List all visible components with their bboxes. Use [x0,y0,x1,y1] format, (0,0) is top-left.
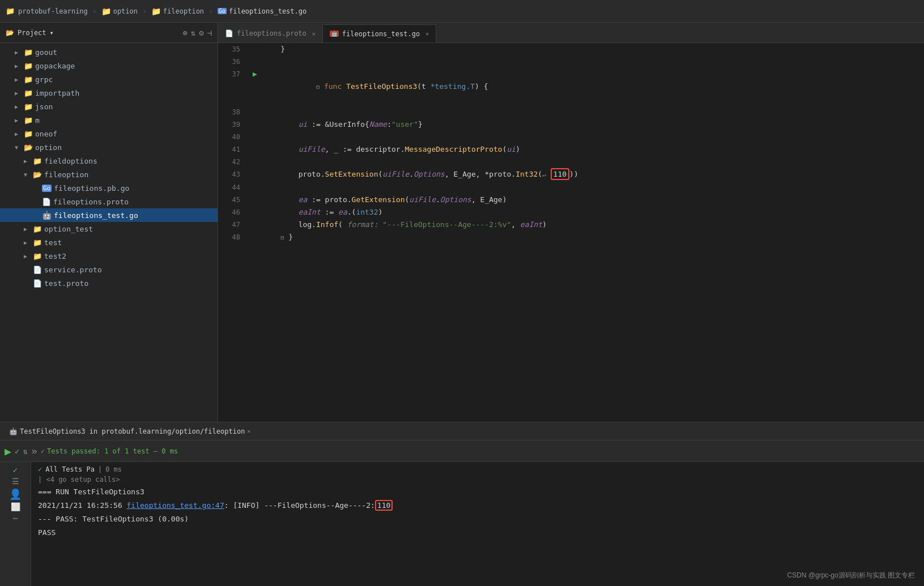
folder-icon: 📁 [151,7,161,16]
close-tab-go[interactable]: ✕ [425,31,429,37]
code-line-36: 36 [218,55,924,68]
proto-file-icon: 📄 [42,198,51,206]
folder-icon: 📁 [24,130,33,138]
sidebar-item-json[interactable]: ▶ 📁 json [0,100,218,113]
run-sidebar-list[interactable]: ☰ [12,477,19,486]
title-bar-folder-icon: 📁 [6,7,15,15]
run-tabs: 🤖 TestFileOptions3 in protobuf.learning/… [0,422,924,440]
run-play-button[interactable]: ▶ [5,444,11,458]
code-editor[interactable]: 35 } 36 37 ▶ ⊟func TestFileOptions3(t *t… [218,43,924,422]
run-toolbar: ▶ ✓ ⇅ » ✓ Tests passed: 1 of 1 test – 0 … [0,440,924,462]
gear-icon[interactable]: ⚙ [199,28,203,37]
sidebar-item-m[interactable]: ▶ 📁 m [0,113,218,127]
title-bar-option[interactable]: 📁 option [101,7,138,16]
sidebar-item-fileoptions-test-go[interactable]: 🤖 fileoptions_test.go [0,208,218,222]
folder-icon: 📁 [24,62,33,70]
folder-icon: 📁 [24,75,33,84]
sidebar-item-fieldoptions[interactable]: ▶ 📁 fieldoptions [0,154,218,168]
bottom-panel: 🤖 TestFileOptions3 in protobuf.learning/… [0,422,924,586]
content-area: 📂 Project ▾ ⊕ ⇅ ⚙ ⊣ ▶ 📁 goout [0,23,924,422]
sidebar-item-fileoptions-proto[interactable]: 📄 fileoptions.proto [0,195,218,208]
run-sort-button[interactable]: ⇅ [23,447,27,456]
folder-icon-open: 📂 [24,143,33,152]
output-line-run: === RUN TestFileOptions3 [38,486,917,498]
settings-icon[interactable]: ⊕ [182,28,187,37]
code-line-38: 38 [218,106,924,118]
sort-icon[interactable]: ⇅ [191,28,195,37]
tabs-bar: 📄 fileoptions.proto ✕ 🤖 fileoptions_test… [218,23,924,43]
title-bar-fileoption[interactable]: 📁 fileoption [151,7,204,16]
pass-icon: ✓ [41,447,45,455]
code-line-40: 40 [218,131,924,143]
code-line-42: 42 [218,156,924,168]
folder-icon: 📁 [24,48,33,57]
folder-icon: 📁 [33,157,42,165]
run-sidebar-dots[interactable]: ⋯ [13,514,18,523]
sidebar-icons: ⊕ ⇅ ⚙ ⊣ [182,28,212,37]
proto-tab-icon: 📄 [225,29,233,37]
pass-badge: ✓ Tests passed: 1 of 1 test – 0 ms [41,447,178,455]
sidebar-item-test2[interactable]: ▶ 📁 test2 [0,249,218,263]
sidebar-item-option-test[interactable]: ▶ 📁 option_test [0,222,218,236]
dropdown-icon[interactable]: ▾ [50,29,54,37]
sidebar-title: 📂 Project ▾ [6,29,54,37]
file-link[interactable]: fileoptions_test.go:47 [127,501,224,510]
sidebar-item-grpc[interactable]: ▶ 📁 grpc [0,72,218,86]
tab-fileoptions-proto[interactable]: 📄 fileoptions.proto ✕ [218,24,323,42]
code-line-45: 45 ea := proto.GetExtension(uiFile.Optio… [218,194,924,206]
robot-run-icon: 🤖 [9,427,18,435]
project-icon: 📂 [6,29,14,37]
sidebar-item-gopackage[interactable]: ▶ 📁 gopackage [0,59,218,72]
sidebar-item-test[interactable]: ▶ 📁 test [0,236,218,249]
tab-fileoptions-test-go[interactable]: 🤖 fileoptions_test.go ✕ [323,24,436,42]
output-line-info: 2021/11/21 16:25:56 fileoptions_test.go:… [38,499,917,512]
code-line-43: 43 proto.SetExtension(uiFile.Options, E_… [218,168,924,181]
output-line-pass-final: PASS [38,527,917,539]
run-sidebar-check[interactable]: ✓ [13,465,18,474]
folder-icon-open: 📂 [33,170,42,179]
sidebar-item-importpath[interactable]: ▶ 📁 importpath [0,86,218,100]
sidebar-header: 📂 Project ▾ ⊕ ⇅ ⚙ ⊣ [0,23,218,43]
title-bar: 📁 protobuf-learning › 📁 option › 📁 fileo… [0,0,924,23]
folder-icon: 📁 [24,89,33,97]
run-content-inner: ✓ All Tests Pa | 0 ms | <4 go setup call… [38,465,917,539]
go-test-tab-icon: 🤖 [330,31,339,37]
title-bar-project[interactable]: protobuf-learning [18,7,88,15]
output-line-pass: --- PASS: TestFileOptions3 (0.00s) [38,513,917,525]
sidebar-item-goout[interactable]: ▶ 📁 goout [0,45,218,59]
run-sidebar: ✓ ☰ 👤 ⬜ ⋯ [0,462,31,586]
setup-calls: | <4 go setup calls> [38,474,917,485]
sidebar-item-fileoption[interactable]: ▼ 📂 fileoption [0,168,218,181]
sidebar-item-option[interactable]: ▼ 📂 option [0,140,218,154]
sidebar-item-test-proto[interactable]: 📄 test.proto [0,276,218,290]
run-sidebar-person[interactable]: 👤 [9,488,22,500]
code-line-44: 44 [218,181,924,194]
folder-icon: 📁 [24,116,33,125]
title-bar-file[interactable]: Go fileoptions_test.go [218,7,306,15]
watermark: CSDN @grpc-go源码剖析与实践 图文专栏 [787,571,915,580]
main-layout: 📂 Project ▾ ⊕ ⇅ ⚙ ⊣ ▶ 📁 goout [0,23,924,586]
proto-file-icon: 📄 [33,266,42,274]
run-output: ✓ ☰ 👤 ⬜ ⋯ ✓ All Tests Pa | 0 ms [0,462,924,586]
code-line-41: 41 uiFile, _ := descriptor.MessageDescri… [218,143,924,156]
sidebar-item-fileoptions-pb-go[interactable]: Go fileoptions.pb.go [0,181,218,195]
go-file-icon-title: Go [218,8,227,14]
code-line-46: 46 eaInt := ea.(int32) [218,206,924,219]
close-run-tab[interactable]: ✕ [247,428,250,434]
run-rerun-button[interactable]: ✓ [15,447,19,456]
collapse-icon[interactable]: ⊣ [207,28,212,37]
folder-icon: 📁 [101,7,111,16]
sidebar-item-oneof[interactable]: ▶ 📁 oneof [0,127,218,140]
run-tab-main[interactable]: 🤖 TestFileOptions3 in protobuf.learning/… [5,422,255,440]
close-tab-proto[interactable]: ✕ [312,31,316,37]
run-sidebar-square[interactable]: ⬜ [11,502,20,511]
robot-icon: 🤖 [42,211,52,220]
output-highlight-110: 110 [375,500,393,511]
run-content: ✓ All Tests Pa | 0 ms | <4 go setup call… [31,462,924,586]
proto-file-icon: 📄 [33,279,42,288]
run-more-button[interactable]: » [31,445,37,457]
sidebar-tree: ▶ 📁 goout ▶ 📁 gopackage ▶ 📁 grpc [0,43,218,422]
sidebar-item-service-proto[interactable]: 📄 service.proto [0,263,218,276]
all-tests-check: ✓ [38,465,42,473]
code-line-48: 48 ⊟} [218,231,924,244]
